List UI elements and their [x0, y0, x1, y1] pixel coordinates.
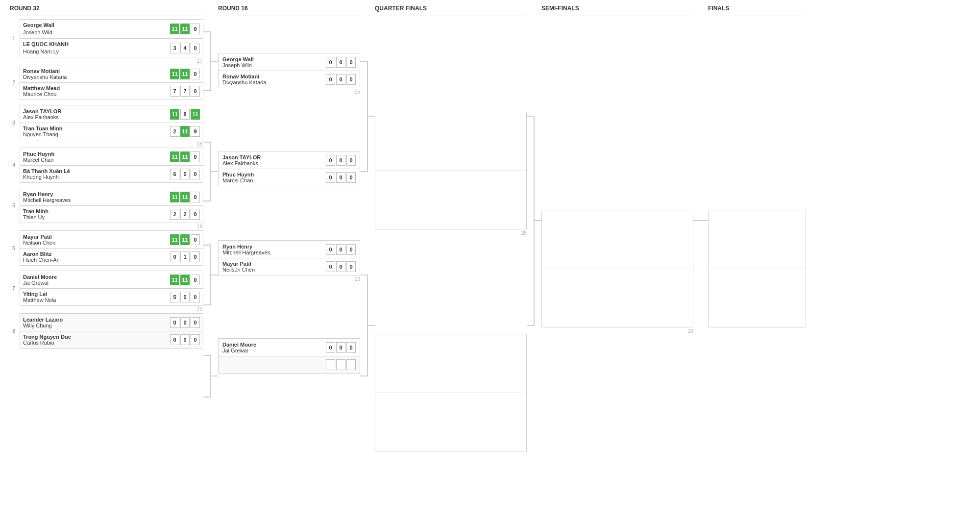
- r32-m8-team1: Leander Lazaro Willy Chung 0 0 0: [20, 313, 203, 331]
- r32-match-3: Jason TAYLOR Alex Fairbanks 11 8 11 Tran…: [20, 105, 203, 140]
- group-num-4: 4: [10, 162, 20, 168]
- r32-match-8-row: 8 Leander Lazaro Willy Chung 0 0 0 Tron: [10, 313, 203, 349]
- r32-m3-team1: Jason TAYLOR Alex Fairbanks 11 8 11: [20, 105, 203, 123]
- r32-m1-t2-scores: 3 4 0: [170, 43, 200, 53]
- r16-section: ROUND 16 George Wall Joseph Wild 0 0 0: [203, 5, 806, 451]
- group-num-8: 8: [10, 328, 20, 334]
- bracket-page: ROUND 32 1 George Wall Joseph Wild 11 11…: [0, 0, 980, 456]
- group-num-7: 7: [10, 285, 20, 291]
- connector-sf-f: [693, 5, 708, 407]
- match-num-19: 19: [10, 224, 203, 229]
- r32-m5-t2-name: Tran Minh Thien Uy: [23, 208, 170, 220]
- semifinals-column: SEMI-FINALS 29: [541, 5, 693, 451]
- r32-m5-team2: Tran Minh Thien Uy 2 2 0: [20, 205, 203, 223]
- r32-match-6: Mayur Patil Neilson Chen 11 11 0 Aaron B…: [20, 230, 203, 266]
- r32-m2-t1-name: Ronav Motiani Divyanshu Kataria: [23, 68, 170, 80]
- r32-m6-team2: Aaron Blitz Hsieh Chen-An 0 1 0: [20, 248, 203, 266]
- r32-m4-t1-name: Phuc Huynh Marcel Chan: [23, 151, 170, 163]
- connector-r16-qf: [360, 5, 375, 407]
- qf-match-2: [375, 334, 527, 451]
- r32-match-1: George Wall Joseph Wild 11 11 0 LE QUOC …: [20, 19, 203, 57]
- r32-m7-team2: Yiting Lei Matthew Nola 5 0 0: [20, 288, 203, 306]
- r32-match-4: Phuc Huynh Marcel Chan 11 11 0 Bá Thanh …: [20, 148, 203, 183]
- r32-m7-t1-name: Daniel Moore Jai Grewal: [23, 274, 170, 286]
- qf-m1-num: 25: [375, 230, 527, 236]
- r32-m1-t1-scores: 11 11 0: [170, 24, 200, 34]
- r32-m4-team2: Bá Thanh Xuân Lê Khuong Huynh 6 0 0: [20, 165, 203, 183]
- r32-m1-t1-name: George Wall Joseph Wild: [23, 22, 170, 36]
- r32-m2-t2-name: Matthew Mead Maurice Chou: [23, 85, 170, 97]
- r32-match-7: Daniel Moore Jai Grewal 11 11 0 Yiting L…: [20, 271, 203, 306]
- r32-m7-team1: Daniel Moore Jai Grewal 11 11 0: [20, 271, 203, 288]
- r16-m1-num: 25: [218, 89, 360, 95]
- r32-match-2: Ronav Motiani Divyanshu Kataria 11 11 0 …: [20, 65, 203, 100]
- sf-match-1: 29: [541, 210, 693, 334]
- r32-m6-t1-name: Mayur Patil Neilson Chen: [23, 234, 170, 246]
- r32-m5-t1-name: Ryan Henry Mitchell Hargreaves: [23, 191, 170, 203]
- r32-m8-team2: Trong Nguyen Duc Carlos Rubio 0 0 0: [20, 331, 203, 349]
- r16-match-4: Daniel Moore Jai Grewal 0 0 0: [218, 338, 360, 374]
- f-match-1: [708, 210, 806, 327]
- sf-header: SEMI-FINALS: [541, 5, 693, 16]
- r16-match-2: Jason TAYLOR Alex Fairbanks 0 0 0 Phuc H…: [218, 151, 360, 186]
- connector-qf-sf: [527, 5, 541, 407]
- quarterfinals-column: QUARTER FINALS 25: [375, 5, 527, 451]
- r16-header: ROUND 16: [218, 5, 360, 16]
- group-num-6: 6: [10, 245, 20, 251]
- f-header: FINALS: [708, 5, 806, 16]
- r32-match-5: Ryan Henry Mitchell Hargreaves 11 11 0 T…: [20, 188, 203, 223]
- r32-match-1-row: 1 George Wall Joseph Wild 11 11 0 LE QU: [10, 19, 203, 57]
- qf-match-1: 25: [375, 112, 527, 236]
- match-num-20: 20: [10, 307, 203, 312]
- r32-m3-team2: Tran Tuan Minh Nguyen Thang 2 11 9: [20, 123, 203, 140]
- r16-m3-num: 26: [218, 276, 360, 282]
- r32-m2-team1: Ronav Motiani Divyanshu Kataria 11 11 0: [20, 65, 203, 82]
- r32-m1-t2-name: LE QUOC KHANH Hoang Nam Ly: [23, 41, 170, 55]
- round16-column: ROUND 16 George Wall Joseph Wild 0 0 0: [218, 5, 360, 451]
- r32-m8-t2-name: Trong Nguyen Duc Carlos Rubio: [23, 334, 170, 346]
- qf-header: QUARTER FINALS: [375, 5, 527, 16]
- r32-header: ROUND 32: [10, 5, 203, 16]
- r32-match-2-row: 2 Ronav Motiani Divyanshu Kataria 11 11 …: [10, 65, 203, 100]
- finals-column: FINALS: [708, 5, 806, 451]
- r32-match-5-row: 5 Ryan Henry Mitchell Hargreaves 11 11 0: [10, 188, 203, 223]
- match-num-17: 17: [10, 58, 203, 64]
- r32-match-7-row: 7 Daniel Moore Jai Grewal 11 11 0 Yitin: [10, 271, 203, 306]
- r32-m1-team1: George Wall Joseph Wild 11 11 0: [20, 19, 203, 38]
- r32-m6-team1: Mayur Patil Neilson Chen 11 11 0: [20, 230, 203, 248]
- r32-m5-team1: Ryan Henry Mitchell Hargreaves 11 11 0: [20, 188, 203, 205]
- r32-m2-team2: Matthew Mead Maurice Chou 7 7 0: [20, 82, 203, 100]
- r32-m4-t2-name: Bá Thanh Xuân Lê Khuong Huynh: [23, 168, 170, 180]
- group-num-5: 5: [10, 202, 20, 208]
- r32-m1-team2: LE QUOC KHANH Hoang Nam Ly 3 4 0: [20, 38, 203, 58]
- r32-match-3-row: 3 Jason TAYLOR Alex Fairbanks 11 8 11 T: [10, 105, 203, 140]
- r32-match-4-row: 4 Phuc Huynh Marcel Chan 11 11 0 Bá Tha: [10, 148, 203, 183]
- round32-column: ROUND 32 1 George Wall Joseph Wild 11 11…: [10, 5, 203, 451]
- r32-m4-team1: Phuc Huynh Marcel Chan 11 11 0: [20, 148, 203, 165]
- r32-match-6-row: 6 Mayur Patil Neilson Chen 11 11 0 Aaro: [10, 230, 203, 266]
- r32-m3-t2-name: Tran Tuan Minh Nguyen Thang: [23, 125, 170, 137]
- group-num-3: 3: [10, 120, 20, 125]
- r32-m8-t1-name: Leander Lazaro Willy Chung: [23, 317, 170, 328]
- sf-m1-num: 29: [541, 328, 693, 334]
- r32-m3-t1-name: Jason TAYLOR Alex Fairbanks: [23, 108, 170, 120]
- r16-match-3: Ryan Henry Mitchell Hargreaves 0 0 0 May…: [218, 240, 360, 282]
- r32-m7-t2-name: Yiting Lei Matthew Nola: [23, 291, 170, 303]
- r16-match-1: George Wall Joseph Wild 0 0 0 Ronav Moti…: [218, 53, 360, 95]
- group-num-1: 1: [10, 35, 20, 41]
- r32-m6-t2-name: Aaron Blitz Hsieh Chen-An: [23, 251, 170, 263]
- connector-r32-r16: [203, 5, 218, 407]
- match-num-18: 18: [10, 141, 203, 147]
- r32-match-8: Leander Lazaro Willy Chung 0 0 0 Trong N…: [20, 313, 203, 349]
- group-num-2: 2: [10, 79, 20, 85]
